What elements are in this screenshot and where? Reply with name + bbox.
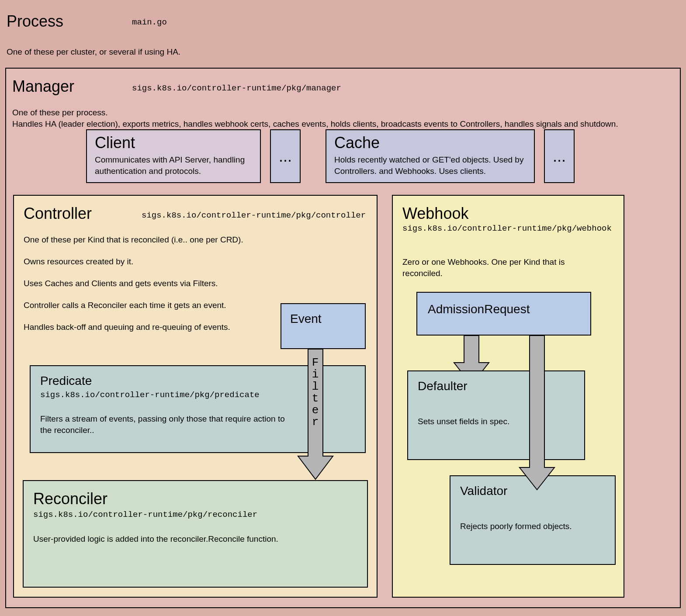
predicate-pkg: sigs.k8s.io/controller-runtime/pkg/predi… bbox=[40, 390, 260, 400]
reconciler-pkg: sigs.k8s.io/controller-runtime/pkg/recon… bbox=[33, 510, 257, 519]
webhook-box: Webhook sigs.k8s.io/controller-runtime/p… bbox=[392, 195, 624, 598]
reconciler-desc: User-provided logic is added into the re… bbox=[33, 533, 357, 545]
reconciler-title: Reconciler bbox=[33, 490, 107, 508]
arrow-admission-validator-icon bbox=[517, 336, 557, 491]
client-box: Client Communicates with API Server, han… bbox=[86, 129, 261, 183]
ellipsis-box-1: ... bbox=[270, 129, 301, 183]
controller-desc-4: Controller calls a Reconciler each time … bbox=[24, 300, 226, 311]
cache-box: Cache Holds recently watched or GET'ed o… bbox=[326, 129, 535, 183]
filter-label: Filter bbox=[296, 357, 335, 429]
manager-box: Manager sigs.k8s.io/controller-runtime/p… bbox=[5, 68, 681, 608]
event-title: Event bbox=[290, 312, 322, 326]
client-desc: Communicates with API Server, handling a… bbox=[95, 154, 256, 176]
controller-title: Controller bbox=[24, 204, 92, 223]
manager-pkg: sigs.k8s.io/controller-runtime/pkg/manag… bbox=[132, 83, 341, 93]
controller-desc-3: Uses Caches and Clients and gets events … bbox=[24, 278, 218, 289]
validator-title: Validator bbox=[460, 484, 507, 498]
predicate-desc: Filters a stream of events, passing only… bbox=[40, 413, 289, 436]
admission-request-title: AdmissionRequest bbox=[428, 302, 530, 316]
process-desc: One of these per cluster, or several if … bbox=[7, 46, 180, 58]
cache-desc: Holds recently watched or GET'ed objects… bbox=[334, 154, 531, 176]
manager-desc: One of these per process. Handles HA (le… bbox=[12, 107, 672, 129]
controller-desc-5: Handles back-off and queuing and re-queu… bbox=[24, 322, 230, 333]
controller-box: Controller sigs.k8s.io/controller-runtim… bbox=[13, 195, 378, 598]
ellipsis-box-2: ... bbox=[544, 129, 575, 183]
ellipsis-1: ... bbox=[279, 147, 292, 166]
client-title: Client bbox=[95, 134, 135, 152]
manager-title: Manager bbox=[12, 77, 74, 96]
defaulter-desc: Sets unset fields in spec. bbox=[418, 416, 509, 427]
admission-request-box: AdmissionRequest bbox=[416, 292, 591, 336]
cache-title: Cache bbox=[334, 134, 380, 152]
validator-desc: Rejects poorly formed objects. bbox=[460, 521, 572, 532]
webhook-pkg: sigs.k8s.io/controller-runtime/pkg/webho… bbox=[402, 224, 612, 233]
webhook-desc: Zero or one Webhooks. One per Kind that … bbox=[402, 256, 603, 279]
filter-arrow-icon: Filter bbox=[296, 349, 335, 480]
controller-pkg: sigs.k8s.io/controller-runtime/pkg/contr… bbox=[142, 211, 366, 220]
predicate-title: Predicate bbox=[40, 374, 92, 388]
defaulter-title: Defaulter bbox=[418, 379, 468, 393]
process-title: Process bbox=[7, 12, 63, 31]
event-box: Event bbox=[281, 303, 366, 349]
controller-desc-2: Owns resources created by it. bbox=[24, 256, 133, 267]
process-pkg: main.go bbox=[132, 17, 167, 27]
controller-desc-1: One of these per Kind that is reconciled… bbox=[24, 234, 243, 246]
defaulter-box: Defaulter Sets unset fields in spec. bbox=[407, 370, 585, 460]
reconciler-box: Reconciler sigs.k8s.io/controller-runtim… bbox=[23, 480, 368, 588]
ellipsis-2: ... bbox=[553, 147, 566, 166]
webhook-title: Webhook bbox=[402, 204, 468, 223]
